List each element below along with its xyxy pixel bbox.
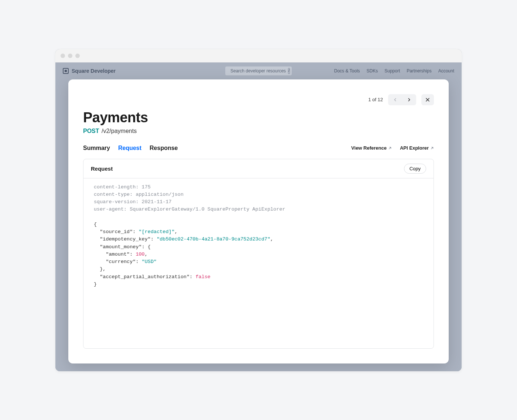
- top-nav: Square Developer / Docs & Tools SDKs Sup…: [55, 62, 462, 79]
- nav-docs[interactable]: Docs & Tools: [334, 68, 360, 74]
- content-area: 1 of 12 Payments POST /v2/payments: [55, 79, 462, 371]
- close-icon: [425, 97, 430, 102]
- header-line: content-type: application/json: [94, 192, 184, 197]
- search-shortcut-key: /: [288, 68, 290, 74]
- window-close-dot[interactable]: [61, 54, 65, 58]
- json-key: "source_id": [100, 229, 133, 235]
- brand-label: Square Developer: [72, 68, 116, 74]
- json-value: "db50ec02-470b-4a21-8a70-9ca752d23cd7": [157, 236, 270, 242]
- api-explorer-label: API Explorer: [400, 145, 429, 151]
- json-value: "USD": [142, 259, 157, 264]
- page-title: Payments: [83, 110, 434, 126]
- copy-button[interactable]: Copy: [404, 164, 426, 174]
- json-key: "currency": [106, 259, 136, 264]
- json-value: false: [195, 274, 210, 280]
- nav-partnerships[interactable]: Partnerships: [407, 68, 431, 74]
- header-line: user-agent: SquareExplorerGateway/1.0 Sq…: [94, 206, 285, 212]
- tab-response[interactable]: Response: [150, 145, 178, 151]
- tab-summary[interactable]: Summary: [83, 145, 110, 151]
- square-logo-icon: [63, 68, 69, 74]
- search-input[interactable]: [230, 68, 286, 74]
- chevron-left-icon: [393, 97, 398, 102]
- nav-links: Docs & Tools SDKs Support Partnerships A…: [334, 68, 454, 74]
- view-reference-label: View Reference: [351, 145, 387, 151]
- modal-topbar: 1 of 12: [83, 94, 434, 105]
- prev-button[interactable]: [388, 94, 402, 105]
- window-titlebar: [55, 49, 462, 62]
- svg-line-4: [389, 147, 391, 149]
- endpoint-path: /v2/payments: [102, 128, 137, 134]
- json-key: "amount": [106, 252, 130, 257]
- request-card-title: Request: [91, 165, 113, 172]
- json-value: 100: [136, 252, 144, 257]
- endpoint-line: POST /v2/payments: [83, 128, 434, 134]
- tab-request[interactable]: Request: [118, 145, 141, 151]
- request-card-header: Request Copy: [83, 159, 434, 178]
- nav-account[interactable]: Account: [438, 68, 454, 74]
- nav-sdks[interactable]: SDKs: [367, 68, 378, 74]
- code-block: content-length: 175 content-type: applic…: [83, 178, 434, 348]
- api-explorer-link[interactable]: API Explorer: [400, 145, 434, 151]
- json-key: "amount_money": [100, 244, 141, 250]
- svg-line-5: [431, 147, 433, 149]
- window-minimize-dot[interactable]: [68, 54, 72, 58]
- json-key: "accept_partial_authorization": [100, 274, 189, 280]
- json-key: "idempotency_key": [100, 236, 151, 242]
- json-value: "[redacted]": [139, 229, 175, 235]
- close-button[interactable]: [421, 94, 434, 105]
- pager-label: 1 of 12: [368, 97, 383, 102]
- request-card: Request Copy content-length: 175 content…: [83, 159, 434, 349]
- search-box[interactable]: /: [225, 66, 292, 75]
- chevron-right-icon: [407, 97, 412, 102]
- view-reference-link[interactable]: View Reference: [351, 145, 392, 151]
- header-line: content-length: 175: [94, 184, 151, 190]
- external-link-icon: [388, 146, 392, 150]
- brand[interactable]: Square Developer: [63, 68, 116, 74]
- nav-support[interactable]: Support: [384, 68, 400, 74]
- external-link-icon: [430, 146, 434, 150]
- api-log-modal: 1 of 12 Payments POST /v2/payments: [68, 79, 449, 363]
- pager-buttons: [388, 94, 416, 105]
- tabs-row: Summary Request Response View Reference …: [83, 145, 434, 151]
- window-zoom-dot[interactable]: [75, 54, 80, 58]
- next-button[interactable]: [402, 94, 416, 105]
- header-line: square-version: 2021-11-17: [94, 199, 172, 205]
- browser-window: Square Developer / Docs & Tools SDKs Sup…: [55, 49, 462, 371]
- http-method: POST: [83, 128, 99, 134]
- tab-links: View Reference API Explorer: [351, 145, 434, 151]
